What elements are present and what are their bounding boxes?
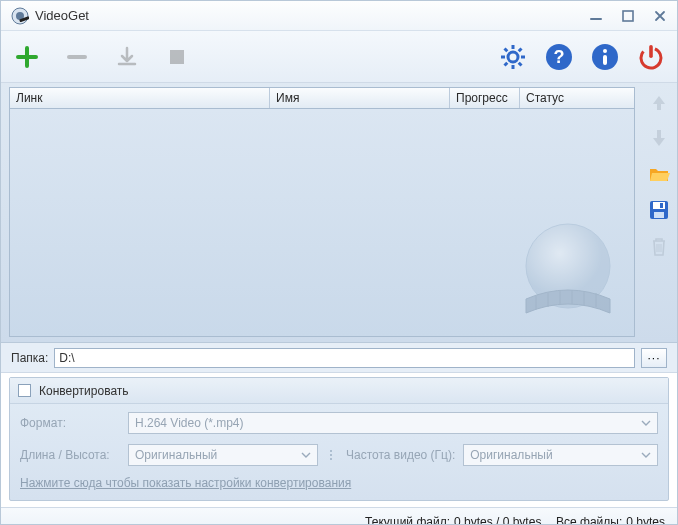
move-up-button bbox=[646, 89, 672, 115]
info-button[interactable] bbox=[589, 41, 621, 73]
status-bar: Текущий файл: 0 bytes / 0 bytes, Все фай… bbox=[1, 507, 677, 525]
convert-checkbox-label: Конвертировать bbox=[39, 384, 129, 398]
close-button[interactable] bbox=[653, 9, 667, 23]
svg-rect-22 bbox=[653, 202, 665, 209]
table-body bbox=[9, 109, 635, 337]
move-down-button bbox=[646, 125, 672, 151]
format-combo[interactable]: H.264 Video (*.mp4) bbox=[128, 412, 658, 434]
download-button bbox=[111, 41, 143, 73]
side-toolbar bbox=[641, 83, 677, 342]
minimize-button[interactable] bbox=[589, 9, 603, 23]
svg-text:?: ? bbox=[554, 47, 565, 67]
convert-panel: Конвертировать Формат: H.264 Video (*.mp… bbox=[9, 377, 669, 501]
svg-rect-13 bbox=[649, 45, 653, 58]
format-label: Формат: bbox=[20, 416, 120, 430]
svg-point-10 bbox=[603, 49, 607, 53]
watermark-icon bbox=[508, 211, 628, 334]
separator-dots-icon bbox=[330, 450, 334, 460]
download-table: Линк Имя Прогресс Статус bbox=[1, 83, 641, 342]
column-header-status[interactable]: Статус bbox=[520, 88, 634, 108]
format-value: H.264 Video (*.mp4) bbox=[135, 416, 244, 430]
column-header-name[interactable]: Имя bbox=[270, 88, 450, 108]
svg-rect-11 bbox=[603, 55, 607, 65]
status-all-value: 0 bytes bbox=[626, 515, 665, 526]
svg-rect-24 bbox=[660, 203, 663, 208]
frequency-combo[interactable]: Оригинальный bbox=[463, 444, 658, 466]
chevron-down-icon bbox=[639, 416, 653, 433]
delete-button bbox=[646, 233, 672, 259]
help-button[interactable]: ? bbox=[543, 41, 575, 73]
status-all-label: Все файлы: bbox=[556, 515, 622, 526]
folder-row: Папка: ··· bbox=[1, 343, 677, 373]
power-button[interactable] bbox=[635, 41, 667, 73]
chevron-down-icon bbox=[639, 448, 653, 465]
column-header-link[interactable]: Линк bbox=[10, 88, 270, 108]
stop-button bbox=[161, 41, 193, 73]
frequency-value: Оригинальный bbox=[470, 448, 552, 462]
title-bar: VideoGet bbox=[1, 1, 677, 31]
convert-checkbox[interactable] bbox=[18, 384, 31, 397]
main-area: Линк Имя Прогресс Статус bbox=[1, 83, 677, 343]
settings-button[interactable] bbox=[497, 41, 529, 73]
chevron-down-icon bbox=[299, 448, 313, 465]
toolbar: ? bbox=[1, 31, 677, 83]
remove-button bbox=[61, 41, 93, 73]
folder-label: Папка: bbox=[11, 351, 48, 365]
svg-rect-23 bbox=[654, 212, 664, 218]
window-title: VideoGet bbox=[35, 8, 589, 23]
save-button[interactable] bbox=[646, 197, 672, 223]
frequency-label: Частота видео (Гц): bbox=[346, 448, 455, 462]
dimensions-label: Длина / Высота: bbox=[20, 448, 120, 462]
show-convert-settings-link[interactable]: Нажмите сюда чтобы показать настройки ко… bbox=[20, 476, 351, 490]
folder-input[interactable] bbox=[54, 348, 635, 368]
column-header-progress[interactable]: Прогресс bbox=[450, 88, 520, 108]
svg-rect-4 bbox=[623, 11, 633, 21]
dimensions-value: Оригинальный bbox=[135, 448, 217, 462]
browse-folder-button[interactable]: ··· bbox=[641, 348, 667, 368]
app-icon bbox=[11, 7, 29, 25]
svg-rect-5 bbox=[170, 50, 184, 64]
open-folder-button[interactable] bbox=[646, 161, 672, 187]
maximize-button[interactable] bbox=[621, 9, 635, 23]
svg-point-6 bbox=[508, 52, 518, 62]
svg-rect-3 bbox=[590, 18, 602, 20]
add-button[interactable] bbox=[11, 41, 43, 73]
status-current-label: Текущий файл: bbox=[365, 515, 450, 526]
status-current-value: 0 bytes / 0 bytes, bbox=[454, 515, 545, 526]
dimensions-combo[interactable]: Оригинальный bbox=[128, 444, 318, 466]
